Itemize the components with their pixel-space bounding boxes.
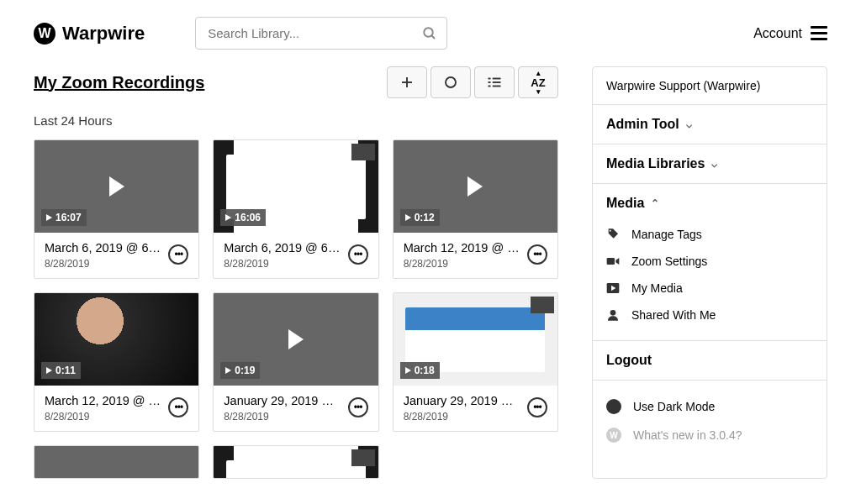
sidebar-media-libraries[interactable]: Media Libraries ⌵ (593, 144, 827, 184)
sidebar-media-header[interactable]: Media ⌃ (606, 196, 813, 211)
more-options-button[interactable]: ••• (527, 397, 547, 417)
video-date: 8/28/2019 (224, 411, 341, 423)
brand-icon: W (34, 23, 55, 45)
video-date: 8/28/2019 (224, 258, 341, 270)
sidebar-item-shared-with-me[interactable]: Shared With Me (606, 302, 813, 328)
video-card[interactable]: 0:19January 29, 2019 @ ...8/28/2019••• (213, 292, 378, 432)
person-icon (606, 308, 620, 322)
sidebar-admin-tool[interactable]: Admin Tool ⌵ (593, 105, 827, 144)
more-options-button[interactable]: ••• (527, 244, 547, 265)
video-title: March 6, 2019 @ 6:1... (45, 241, 161, 255)
search-icon[interactable] (422, 26, 437, 41)
header: W Warpwire Account (0, 0, 861, 66)
sidebar-item-my-media[interactable]: My Media (606, 275, 813, 302)
video-card[interactable]: 0:18January 29, 2019 @ ...8/28/2019••• (393, 292, 558, 432)
add-button[interactable] (387, 66, 427, 98)
video-card[interactable]: 0:12March 12, 2019 @ 1:...8/28/2019••• (393, 139, 558, 279)
play-icon (606, 281, 620, 295)
chevron-up-icon: ⌃ (651, 197, 659, 209)
whats-new-link[interactable]: W What's new in 3.0.4? (606, 421, 813, 449)
video-title: March 12, 2019 @ 1:... (404, 241, 520, 255)
svg-rect-11 (607, 258, 615, 265)
video-grid: 16:07March 6, 2019 @ 6:1...8/28/2019•••1… (34, 139, 558, 479)
svg-point-4 (446, 77, 456, 87)
video-date: 8/28/2019 (404, 411, 520, 423)
search-box (195, 17, 447, 50)
hamburger-icon (811, 26, 827, 40)
sort-button[interactable]: ▴AZ▾ (518, 66, 558, 98)
list-view-button[interactable] (474, 66, 515, 98)
video-title: March 12, 2019 @ 1:... (45, 394, 161, 407)
more-options-button[interactable]: ••• (168, 244, 188, 265)
video-title: January 29, 2019 @ ... (224, 394, 341, 407)
sidebar-support-title: Warpwire Support (Warpwire) (606, 79, 813, 92)
camera-icon (606, 255, 620, 268)
sidebar-item-zoom-settings[interactable]: Zoom Settings (606, 248, 813, 275)
more-options-button[interactable]: ••• (348, 397, 368, 417)
brand-name: Warpwire (62, 23, 145, 45)
svg-line-1 (431, 35, 435, 39)
chevron-down-icon: ⌵ (686, 118, 692, 130)
page-title[interactable]: My Zoom Recordings (34, 73, 204, 92)
brand-logo[interactable]: W Warpwire (34, 23, 145, 45)
tag-icon (606, 228, 620, 241)
video-title: January 29, 2019 @ ... (404, 394, 520, 407)
search-input[interactable] (195, 17, 447, 50)
more-options-button[interactable]: ••• (168, 397, 188, 417)
svg-point-13 (610, 310, 616, 316)
video-card[interactable]: 0:11March 12, 2019 @ 1:...8/28/2019••• (34, 292, 199, 432)
sidebar-item-manage-tags[interactable]: Manage Tags (606, 221, 813, 248)
svg-point-0 (424, 28, 433, 37)
video-date: 8/28/2019 (45, 258, 161, 270)
more-options-button[interactable]: ••• (348, 244, 368, 265)
sidebar: Warpwire Support (Warpwire) Admin Tool ⌵… (592, 66, 827, 479)
sidebar-logout[interactable]: Logout (593, 341, 827, 381)
video-card[interactable]: 16:07March 6, 2019 @ 6:1...8/28/2019••• (34, 139, 199, 279)
chevron-down-icon: ⌵ (711, 158, 717, 170)
toolbar: ▴AZ▾ (387, 66, 558, 98)
video-title: March 6, 2019 @ 6:1... (224, 241, 341, 255)
dark-mode-toggle[interactable]: Use Dark Mode (606, 392, 813, 421)
dark-mode-icon (606, 399, 621, 414)
account-label: Account (753, 26, 802, 41)
video-card[interactable]: 16:06March 6, 2019 @ 6:1...8/28/2019••• (213, 139, 378, 279)
video-card[interactable] (34, 445, 199, 479)
section-label: Last 24 Hours (34, 113, 558, 128)
video-date: 8/28/2019 (45, 411, 161, 423)
account-menu[interactable]: Account (753, 26, 827, 41)
warpwire-mini-icon: W (606, 428, 621, 443)
video-card[interactable] (213, 445, 378, 479)
video-date: 8/28/2019 (404, 258, 520, 270)
record-button[interactable] (430, 66, 471, 98)
